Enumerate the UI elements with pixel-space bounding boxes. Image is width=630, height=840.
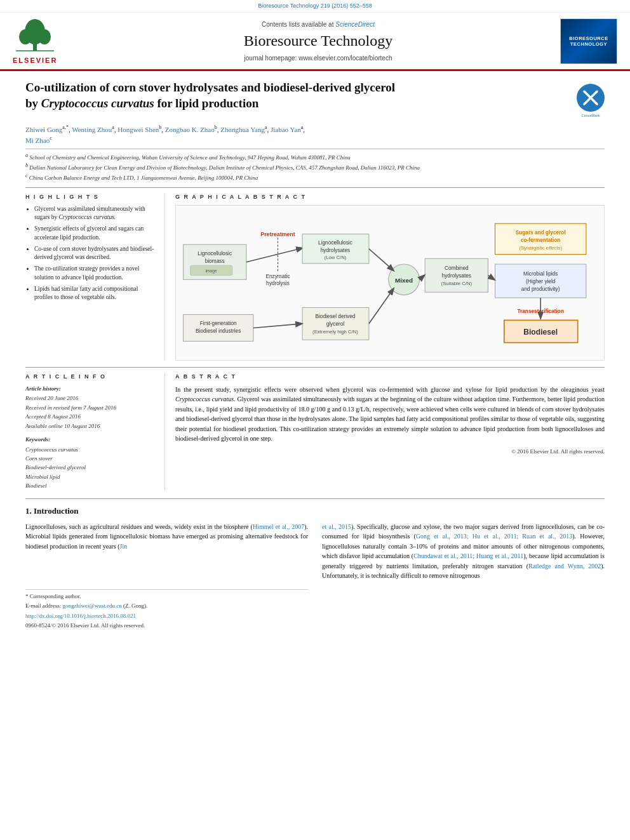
svg-text:hydrolysates: hydrolysates [321, 248, 350, 253]
graphical-abstract-diagram: Lignocellulosic biomass image Pretreatme… [175, 205, 605, 361]
keywords-cryptococcus: Cryptococcus curvatus [25, 445, 157, 454]
crossmark-label: CrossMark [581, 113, 600, 118]
affiliations: a School of Chemistry and Chemical Engin… [25, 149, 605, 182]
svg-text:(Synergistic effects): (Synergistic effects) [519, 244, 562, 250]
affil-c: c China Carbon Balance Energy and Tech L… [25, 172, 605, 182]
intro-left-col: Lignocelluloses, such as agricultural re… [25, 522, 308, 630]
svg-line-28 [253, 323, 302, 328]
graphical-abstract-svg: Lignocellulosic biomass image Pretreatme… [180, 210, 600, 357]
affil-b: b Dalian National Laboratory for Clean E… [25, 162, 605, 172]
svg-text:Combined: Combined [445, 265, 469, 270]
graphical-abstract-section: G R A P H I C A L A B S T R A C T Lignoc… [175, 193, 605, 361]
article-received: Received 20 June 2016 [25, 394, 157, 403]
svg-line-46 [488, 275, 494, 279]
keywords-corn-stover: Corn stover [25, 454, 157, 463]
svg-text:Biodiesel: Biodiesel [523, 328, 558, 337]
journal-homepage: journal homepage: www.elsevier.com/locat… [83, 54, 554, 63]
email-note: E-mail address: gongzhiwei@wust.edu.cn (… [25, 602, 308, 610]
svg-text:Enzymatic: Enzymatic [265, 274, 290, 279]
svg-text:Lignocellulosic: Lignocellulosic [198, 250, 232, 256]
svg-text:Biodiesel derived: Biodiesel derived [315, 314, 355, 319]
svg-text:Microbial lipids: Microbial lipids [523, 270, 558, 276]
bioresource-logo: BIORESOURCE TECHNOLOGY [560, 18, 617, 64]
keywords-biodiesel: Biodiesel [25, 481, 157, 490]
science-direct-link[interactable]: ScienceDirect [335, 21, 375, 28]
article-info-section: A R T I C L E I N F O Article history: R… [25, 373, 165, 490]
crossmark-badge[interactable] [577, 84, 605, 112]
keywords-microbial: Microbial lipid [25, 472, 157, 481]
keywords-label: Keywords: [25, 436, 157, 444]
svg-text:Pretreatment: Pretreatment [260, 231, 295, 237]
author-name: Zongbao K. Zhao [165, 125, 215, 133]
elsevier-logo: ELSEVIER [13, 18, 76, 66]
introduction-section: 1. Introduction Lignocelluloses, such as… [25, 505, 605, 630]
svg-text:(Low C/N): (Low C/N) [325, 255, 347, 260]
intro-columns: Lignocelluloses, such as agricultural re… [25, 522, 605, 630]
highlights-graphical-row: H I G H L I G H T S Glycerol was assimil… [25, 193, 605, 361]
doi-text: Bioresource Technology 219 (2016) 552–55… [258, 3, 372, 9]
crossmark-container: CrossMark [577, 84, 605, 118]
svg-text:Mixed: Mixed [395, 276, 413, 283]
author-name: Wenting Zhou [72, 125, 112, 133]
footnotes: * Corresponding author. E-mail address: … [25, 589, 308, 629]
svg-text:(Suitable C/N): (Suitable C/N) [441, 281, 473, 286]
title-part3: for lipid production [154, 97, 259, 110]
svg-text:and productivity): and productivity) [521, 286, 560, 292]
svg-text:hydrolysates: hydrolysates [442, 273, 471, 279]
svg-line-31 [369, 248, 394, 270]
svg-text:First-generation: First-generation [200, 321, 237, 326]
svg-point-2 [19, 29, 32, 44]
ref-link[interactable]: Chundawat et al., 2011; Huang et al., 20… [413, 552, 523, 559]
issn-footer: 0960-8524/© 2016 Elsevier Ltd. All right… [25, 622, 308, 630]
highlights-list: Glycerol was assimilated simultaneously … [25, 205, 157, 303]
svg-text:biomass: biomass [205, 258, 225, 263]
title-italic: Cryptococcus curvatus [41, 97, 154, 110]
intro-left-para1: Lignocelluloses, such as agricultural re… [25, 522, 308, 552]
ref-link[interactable]: Gong et al., 2013; Hu et al., 2011; Ruan… [416, 533, 572, 540]
ref-link[interactable]: Jin [120, 543, 128, 550]
paper-title-section: Co-utilization of corn stover hydrolysat… [25, 80, 605, 118]
divider-1 [25, 187, 605, 188]
journal-title: Bioresource Technology [83, 30, 554, 52]
author-name: Mi Zhao [25, 136, 50, 143]
keywords-glycerol: Biodiesel-derived glycerol [25, 463, 157, 472]
article-available: Available online 10 August 2016 [25, 422, 157, 430]
article-info-header: A R T I C L E I N F O [25, 373, 157, 381]
graphical-abstract-header: G R A P H I C A L A B S T R A C T [175, 193, 605, 201]
svg-line-13 [246, 248, 302, 262]
bioresource-logo-text: BIORESOURCE TECHNOLOGY [569, 36, 608, 48]
corresponding-author-note: * Corresponding author. [25, 592, 308, 601]
authors-line: Zhiwei Gonga,*, Wenting Zhoua, Hongwei S… [25, 124, 605, 145]
divider-2 [25, 367, 605, 368]
svg-text:(Higher yield: (Higher yield [526, 278, 556, 284]
ref-link[interactable]: Ratledge and Wynn, 2002 [528, 563, 601, 570]
doi-footer[interactable]: http://dx.doi.org/10.1016/j.biortech.201… [25, 612, 308, 620]
abstract-section: A B S T R A C T In the present study, sy… [175, 373, 605, 490]
highlight-item: Lipids had similar fatty acid compositio… [34, 285, 157, 303]
svg-text:hydrolysis: hydrolysis [266, 281, 290, 286]
article-revised: Received in revised form 7 August 2016 [25, 403, 157, 412]
science-direct-label: Contents lists available at ScienceDirec… [83, 20, 554, 29]
paper-title: Co-utilization of corn stover hydrolysat… [25, 80, 569, 111]
author-name: Jiabao Yan [271, 125, 301, 133]
journal-header: ELSEVIER Contents lists available at Sci… [0, 13, 630, 72]
divider-3 [25, 498, 605, 499]
email-link[interactable]: gongzhiwei@wust.edu.cn [62, 603, 121, 609]
elsevier-tree-icon [13, 18, 57, 53]
highlight-item: Glycerol was assimilated simultaneously … [34, 205, 157, 223]
crossmark-icon [582, 89, 600, 107]
affil-a: a School of Chemistry and Chemical Engin… [25, 152, 605, 162]
svg-point-3 [38, 29, 51, 44]
svg-text:Sugars and glycerol: Sugars and glycerol [516, 229, 566, 235]
svg-text:Lignocellulosic: Lignocellulosic [318, 240, 352, 246]
intro-title: 1. Introduction [25, 505, 605, 517]
paper-content: Co-utilization of corn stover hydrolysat… [0, 71, 630, 639]
ref-link[interactable]: et al., 2015 [322, 523, 351, 530]
title-part1: Co-utilization of corn stover hydrolysat… [25, 81, 395, 94]
svg-text:glycerol: glycerol [326, 321, 345, 327]
svg-line-32 [369, 288, 394, 323]
top-doi-bar: Bioresource Technology 219 (2016) 552–55… [0, 0, 630, 13]
ref-link[interactable]: Himmel et al., 2007 [253, 523, 304, 530]
svg-text:Biodiesel industries: Biodiesel industries [196, 328, 241, 334]
author-name: Zhiwei Gong [25, 125, 62, 133]
